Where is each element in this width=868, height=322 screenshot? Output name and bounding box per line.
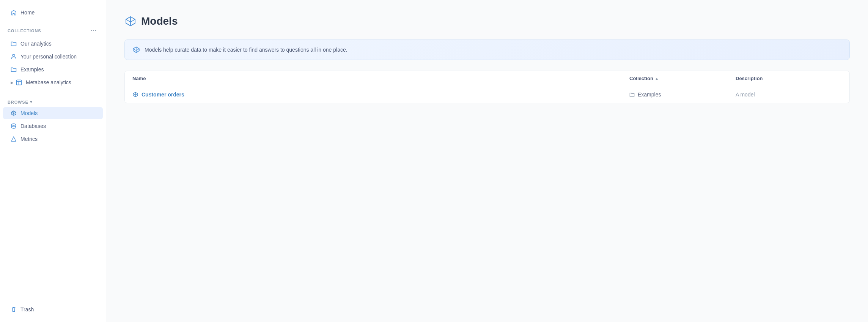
sidebar-item-our-analytics[interactable]: Our analytics	[3, 38, 103, 50]
sidebar-item-home[interactable]: Home	[3, 6, 103, 19]
sidebar-item-trash[interactable]: Trash	[3, 303, 103, 316]
sidebar-item-examples-label: Examples	[20, 66, 44, 73]
home-icon	[11, 9, 17, 16]
sidebar-item-metrics-label: Metrics	[20, 136, 38, 142]
table-header-description: Description	[736, 76, 842, 81]
sidebar-item-models-label: Models	[20, 110, 38, 116]
trash-icon	[11, 306, 17, 313]
row-description-label: A model	[736, 92, 755, 98]
person-icon	[11, 54, 17, 60]
folder-icon-2	[11, 66, 17, 73]
collections-section-header: COLLECTIONS ···	[0, 22, 106, 37]
sidebar-item-examples[interactable]: Examples	[3, 63, 103, 76]
sidebar-item-trash-label: Trash	[20, 306, 34, 313]
svg-rect-1	[17, 80, 22, 85]
sidebar-item-metabase-analytics[interactable]: ▶ Metabase analytics	[3, 76, 103, 88]
chart-icon	[11, 136, 17, 142]
sidebar-item-metrics[interactable]: Metrics	[3, 133, 103, 145]
info-banner-icon	[132, 46, 140, 54]
collections-dots-button[interactable]: ···	[89, 27, 98, 35]
page-title: Models	[141, 15, 178, 27]
collections-section-label: COLLECTIONS	[8, 28, 41, 33]
sidebar-spacer	[0, 145, 106, 303]
database-icon	[11, 123, 17, 129]
table-row[interactable]: Customer orders Examples A model	[125, 86, 849, 103]
chevron-right-icon: ▶	[11, 80, 14, 85]
browse-chevron-icon: ▾	[30, 99, 33, 104]
page-header: Models	[124, 15, 850, 27]
browse-section-header[interactable]: BROWSE ▾	[0, 95, 106, 107]
page-header-icon	[124, 15, 137, 27]
sidebar-item-personal-collection[interactable]: Your personal collection	[3, 51, 103, 63]
sidebar-item-our-analytics-label: Our analytics	[20, 41, 52, 47]
sidebar-item-metabase-analytics-label: Metabase analytics	[26, 79, 71, 85]
svg-marker-5	[11, 137, 16, 141]
table-cell-collection: Examples	[629, 92, 736, 98]
table-cell-name[interactable]: Customer orders	[132, 92, 629, 98]
models-table: Name Collection ▲ Description Customer o…	[124, 71, 850, 103]
table-header-name: Name	[132, 76, 629, 81]
table-header-collection[interactable]: Collection ▲	[629, 76, 736, 81]
sort-ascending-icon: ▲	[655, 76, 659, 81]
table-icon	[16, 79, 22, 85]
table-cell-description: A model	[736, 92, 842, 98]
sidebar-item-databases-label: Databases	[20, 123, 46, 129]
row-collection-folder-icon	[629, 92, 635, 97]
row-collection-label: Examples	[638, 92, 661, 98]
sidebar: Home COLLECTIONS ··· Our analytics Your …	[0, 0, 106, 322]
info-banner: Models help curate data to make it easie…	[124, 39, 850, 60]
sidebar-item-personal-collection-label: Your personal collection	[20, 54, 77, 60]
browse-section-label: BROWSE	[8, 100, 28, 104]
main-content: Models Models help curate data to make i…	[106, 0, 868, 322]
svg-point-4	[12, 124, 16, 125]
folder-icon	[11, 41, 17, 47]
svg-point-0	[13, 54, 15, 57]
sidebar-item-databases[interactable]: Databases	[3, 120, 103, 132]
cube-icon	[11, 110, 17, 116]
table-header: Name Collection ▲ Description	[125, 71, 849, 86]
row-model-icon	[132, 92, 138, 98]
sidebar-item-models[interactable]: Models	[3, 107, 103, 119]
sidebar-item-home-label: Home	[20, 9, 35, 16]
info-banner-text: Models help curate data to make it easie…	[145, 47, 348, 53]
row-name-label: Customer orders	[142, 92, 184, 98]
